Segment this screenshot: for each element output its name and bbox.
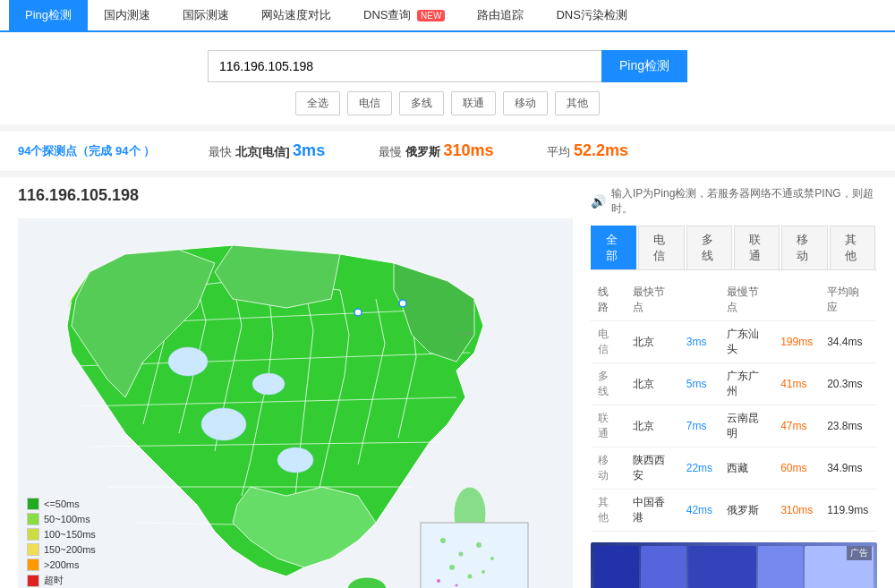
nav-domestic[interactable]: 国内测速 bbox=[88, 0, 166, 32]
svg-point-11 bbox=[476, 542, 482, 548]
cell-slow-val: 47ms bbox=[773, 405, 820, 447]
fastest-stat: 最快 北京[电信] 3ms bbox=[209, 141, 325, 160]
svg-point-2 bbox=[252, 373, 285, 395]
cell-fast-val: 5ms bbox=[679, 363, 720, 405]
col-fast-val bbox=[679, 279, 720, 321]
filter-telecom[interactable]: 电信 bbox=[347, 91, 392, 115]
legend-label-150ms: 100~150ms bbox=[44, 529, 96, 540]
svg-point-20 bbox=[354, 309, 362, 316]
china-map: 南海诸岛 bbox=[18, 214, 573, 588]
col-slow-val bbox=[773, 279, 820, 321]
filter-mobile[interactable]: 移动 bbox=[503, 91, 548, 115]
svg-point-1 bbox=[201, 408, 246, 440]
slowest-stat: 最慢 俄罗斯 310ms bbox=[379, 141, 493, 160]
cell-line: 多线 bbox=[591, 363, 626, 405]
cell-fast-loc: 陕西西安 bbox=[626, 447, 679, 490]
filter-all[interactable]: 全选 bbox=[295, 91, 340, 115]
cell-slow-val: 41ms bbox=[773, 363, 820, 405]
nav-speed-compare[interactable]: 网站速度对比 bbox=[245, 0, 347, 32]
map-container: 南海诸岛 bbox=[18, 214, 573, 588]
svg-point-10 bbox=[459, 552, 464, 557]
cell-slow-loc: 云南昆明 bbox=[720, 405, 773, 447]
col-line: 线路 bbox=[591, 279, 626, 321]
nav-ping[interactable]: Ping检测 bbox=[9, 0, 88, 32]
new-badge: NEW bbox=[417, 10, 445, 21]
svg-rect-7 bbox=[421, 523, 528, 588]
cell-fast-loc: 北京 bbox=[626, 405, 679, 447]
probe-count: 94个探测点（完成 94个 ） bbox=[18, 143, 155, 159]
svg-point-3 bbox=[277, 447, 313, 473]
cell-fast-loc: 北京 bbox=[626, 363, 679, 405]
nav-dns-pollution[interactable]: DNS污染检测 bbox=[540, 0, 643, 32]
svg-point-14 bbox=[468, 575, 473, 579]
cell-line: 移动 bbox=[591, 447, 626, 490]
tab-unicom[interactable]: 联通 bbox=[734, 226, 780, 269]
cell-avg: 34.4ms bbox=[820, 321, 877, 363]
ip-title: 116.196.105.198 bbox=[18, 186, 573, 205]
right-panel: 🔊 输入IP为Ping检测，若服务器网络不通或禁PING，则超时。 全部 电信 … bbox=[591, 186, 877, 588]
hint-text: 输入IP为Ping检测，若服务器网络不通或禁PING，则超时。 bbox=[611, 186, 877, 217]
col-avg: 平均响应 bbox=[820, 279, 877, 321]
nav-traceroute[interactable]: 路由追踪 bbox=[461, 0, 540, 32]
search-area: Ping检测 全选 电信 多线 联通 移动 其他 bbox=[0, 32, 895, 124]
hint-row: 🔊 输入IP为Ping检测，若服务器网络不通或禁PING，则超时。 bbox=[591, 186, 877, 217]
cell-slow-val: 60ms bbox=[773, 447, 820, 490]
table-row: 多线 北京 5ms 广东广州 41ms 20.3ms bbox=[591, 363, 877, 405]
filter-unicom[interactable]: 联通 bbox=[451, 91, 496, 115]
ping-button[interactable]: Ping检测 bbox=[601, 50, 687, 82]
svg-point-9 bbox=[440, 538, 446, 543]
cell-slow-val: 310ms bbox=[773, 490, 820, 532]
cell-fast-val: 7ms bbox=[679, 405, 720, 447]
ad-label-1: 广告 bbox=[847, 546, 872, 560]
legend-color-200ms bbox=[27, 543, 39, 556]
col-fast-node: 最快节点 bbox=[626, 279, 679, 321]
filter-row: 全选 电信 多线 联通 移动 其他 bbox=[295, 91, 600, 115]
search-input[interactable] bbox=[208, 50, 601, 82]
legend-label-200ms: 150~200ms bbox=[44, 544, 96, 555]
legend-label-timeout: 超时 bbox=[44, 574, 64, 587]
cell-fast-loc: 北京 bbox=[626, 321, 679, 363]
legend-label-200ms-plus: >200ms bbox=[44, 559, 79, 570]
cell-slow-loc: 广东广州 bbox=[720, 363, 773, 405]
legend-label-50ms: <=50ms bbox=[44, 499, 80, 509]
filter-other[interactable]: 其他 bbox=[555, 91, 600, 115]
legend-100ms: 50~100ms bbox=[27, 513, 96, 525]
cell-fast-loc: 中国香港 bbox=[626, 490, 679, 532]
tab-multiline[interactable]: 多线 bbox=[686, 226, 732, 269]
legend-200ms-plus: >200ms bbox=[27, 558, 96, 571]
tab-other[interactable]: 其他 bbox=[830, 226, 875, 269]
legend-color-200ms-plus bbox=[27, 558, 39, 571]
nav-dns-query[interactable]: DNS查询 NEW bbox=[347, 0, 461, 32]
cell-line: 电信 bbox=[591, 321, 626, 363]
svg-point-13 bbox=[449, 565, 455, 570]
nav-international[interactable]: 国际测速 bbox=[166, 0, 245, 32]
tab-telecom[interactable]: 电信 bbox=[638, 226, 684, 269]
legend-timeout: 超时 bbox=[27, 574, 96, 587]
cell-fast-val: 22ms bbox=[679, 447, 720, 490]
tab-bar: 全部 电信 多线 联通 移动 其他 bbox=[591, 226, 877, 270]
cell-avg: 23.8ms bbox=[820, 405, 877, 447]
legend-color-timeout bbox=[27, 575, 39, 587]
legend-50ms: <=50ms bbox=[27, 498, 96, 510]
cell-fast-val: 42ms bbox=[679, 490, 720, 532]
legend-color-100ms bbox=[27, 513, 39, 525]
tab-mobile[interactable]: 移动 bbox=[781, 226, 827, 269]
svg-point-19 bbox=[399, 300, 406, 307]
stats-bar: 94个探测点（完成 94个 ） 最快 北京[电信] 3ms 最慢 俄罗斯 310… bbox=[0, 130, 895, 172]
legend-color-150ms bbox=[27, 528, 39, 541]
legend-200ms: 150~200ms bbox=[27, 543, 96, 556]
cell-slow-loc: 俄罗斯 bbox=[720, 490, 773, 532]
filter-multiline[interactable]: 多线 bbox=[399, 91, 444, 115]
main-content: 116.196.105.198 bbox=[0, 177, 895, 588]
svg-point-16 bbox=[437, 579, 440, 583]
cell-line: 联通 bbox=[591, 405, 626, 447]
ad-block-1[interactable]: 广告 bbox=[591, 542, 877, 588]
cell-slow-loc: 广东汕头 bbox=[720, 321, 773, 363]
table-row: 电信 北京 3ms 广东汕头 199ms 34.4ms bbox=[591, 321, 877, 363]
table-row: 联通 北京 7ms 云南昆明 47ms 23.8ms bbox=[591, 405, 877, 447]
legend-color-50ms bbox=[27, 498, 39, 510]
svg-text:→: → bbox=[456, 321, 476, 344]
legend-label-100ms: 50~100ms bbox=[44, 514, 90, 524]
tab-all[interactable]: 全部 bbox=[591, 226, 636, 269]
left-panel: 116.196.105.198 bbox=[18, 186, 573, 588]
